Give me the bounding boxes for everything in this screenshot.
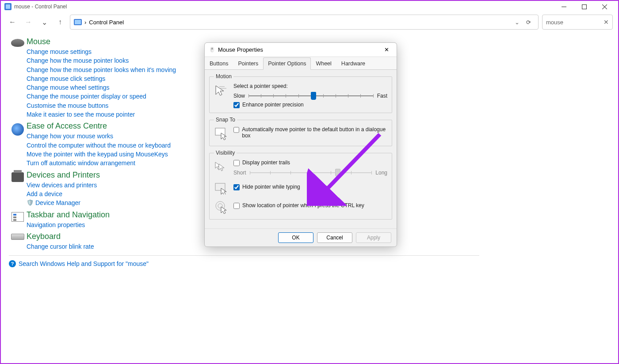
pointer-trails-checkbox[interactable]: Display pointer trails bbox=[233, 159, 387, 166]
eoa-link-0[interactable]: Change how your mouse works bbox=[27, 132, 171, 140]
address-bar[interactable]: › Control Panel ⌄ ⟳ bbox=[70, 15, 539, 30]
minimize-button[interactable] bbox=[554, 1, 574, 12]
snap-to-checkbox[interactable]: Automatically move pointer to the defaul… bbox=[233, 126, 387, 139]
slow-label: Slow bbox=[233, 93, 245, 99]
mouse-link-1[interactable]: Change how the mouse pointer looks bbox=[27, 56, 176, 65]
section-title-devices[interactable]: Devices and Printers bbox=[27, 171, 100, 180]
refresh-button[interactable]: ⟳ bbox=[522, 16, 535, 28]
help-icon: ? bbox=[9, 260, 16, 267]
search-input[interactable]: mouse ✕ bbox=[542, 15, 613, 30]
tab-pointers[interactable]: Pointers bbox=[233, 57, 263, 70]
tab-buttons[interactable]: Buttons bbox=[205, 57, 233, 70]
up-button[interactable]: ↑ bbox=[54, 16, 66, 28]
dialog-titlebar[interactable]: 🖱️ Mouse Properties ✕ bbox=[205, 43, 397, 57]
ease-of-access-icon bbox=[11, 123, 24, 136]
taskbar-icon bbox=[11, 212, 24, 222]
help-link[interactable]: ? Search Windows Help and Support for "m… bbox=[9, 259, 479, 268]
dialog-footer: OK Cancel Apply bbox=[205, 228, 397, 246]
divider bbox=[9, 255, 479, 256]
toolbar: ← → ⌄ ↑ › Control Panel ⌄ ⟳ mouse ✕ bbox=[1, 12, 618, 32]
long-label: Long bbox=[375, 170, 387, 176]
ctrl-locate-icon bbox=[214, 200, 229, 215]
pointer-speed-icon bbox=[214, 83, 229, 98]
trail-length-slider bbox=[250, 169, 372, 177]
section-title-taskbar[interactable]: Taskbar and Navigation bbox=[27, 210, 110, 220]
pointer-speed-slider[interactable] bbox=[248, 92, 374, 100]
mouse-link-4[interactable]: Change mouse wheel settings bbox=[27, 83, 176, 92]
control-panel-icon bbox=[4, 3, 11, 10]
forward-button[interactable]: → bbox=[22, 16, 34, 28]
close-button[interactable] bbox=[594, 1, 615, 12]
cancel-button[interactable]: Cancel bbox=[317, 232, 352, 243]
hide-pointer-icon bbox=[214, 181, 229, 196]
clear-search-icon[interactable]: ✕ bbox=[604, 19, 609, 26]
tab-pointer-options[interactable]: Pointer Options bbox=[263, 57, 311, 70]
section-title-mouse[interactable]: Mouse bbox=[27, 37, 176, 46]
visibility-group: Visibility Display pointer trails Short bbox=[209, 150, 392, 220]
snap-legend: Snap To bbox=[214, 117, 237, 123]
tab-wheel[interactable]: Wheel bbox=[311, 57, 336, 70]
mouse-link-2[interactable]: Change how the mouse pointer looks when … bbox=[27, 65, 176, 74]
section-title-eoa[interactable]: Ease of Access Centre bbox=[27, 121, 171, 131]
search-value: mouse bbox=[546, 19, 563, 26]
devices-link-0[interactable]: View devices and printers bbox=[27, 181, 100, 190]
snap-to-icon bbox=[214, 126, 229, 141]
svg-rect-4 bbox=[215, 128, 225, 135]
eoa-link-3[interactable]: Turn off automatic window arrangement bbox=[27, 159, 171, 167]
shield-icon: 🛡️ bbox=[27, 199, 34, 207]
short-label: Short bbox=[233, 170, 246, 176]
maximize-button[interactable] bbox=[574, 1, 594, 12]
snap-to-group: Snap To Automatically move pointer to th… bbox=[209, 117, 392, 146]
taskbar-link-0[interactable]: Navigation properties bbox=[27, 220, 110, 229]
keyboard-icon bbox=[11, 234, 24, 240]
link-device-manager[interactable]: 🛡️ Device Manager bbox=[27, 198, 80, 207]
mouse-link-3[interactable]: Change mouse click settings bbox=[27, 74, 176, 83]
tab-strip: ButtonsPointersPointer OptionsWheelHardw… bbox=[205, 57, 397, 70]
recent-dropdown[interactable]: ⌄ bbox=[38, 16, 50, 28]
breadcrumb-label[interactable]: Control Panel bbox=[89, 19, 124, 26]
window-title: mouse - Control Panel bbox=[14, 4, 67, 10]
mouse-icon bbox=[11, 39, 24, 47]
mouse-link-0[interactable]: Change mouse settings bbox=[27, 47, 176, 56]
visibility-legend: Visibility bbox=[214, 150, 237, 156]
keyboard-link-0[interactable]: Change cursor blink rate bbox=[27, 242, 94, 251]
mouse-properties-dialog: 🖱️ Mouse Properties ✕ ButtonsPointersPoi… bbox=[204, 42, 397, 247]
fast-label: Fast bbox=[377, 93, 387, 99]
pointer-speed-label: Select a pointer speed: bbox=[233, 83, 387, 89]
eoa-link-2[interactable]: Move the pointer with the keypad using M… bbox=[27, 150, 171, 159]
chevron-down-icon[interactable]: ⌄ bbox=[515, 19, 520, 26]
svg-rect-1 bbox=[582, 4, 586, 9]
ctrl-locate-checkbox[interactable]: Show location of pointer when I press th… bbox=[233, 202, 387, 209]
hide-pointer-checkbox[interactable]: Hide pointer while typing bbox=[233, 184, 387, 190]
dialog-title: Mouse Properties bbox=[218, 46, 263, 53]
motion-group: Motion Select a pointer speed: Slow Fast bbox=[209, 73, 392, 113]
mouse-icon: 🖱️ bbox=[209, 47, 215, 53]
devices-link-1[interactable]: Add a device bbox=[27, 190, 100, 198]
section-title-keyboard[interactable]: Keyboard bbox=[27, 232, 94, 241]
pointer-trails-icon bbox=[214, 159, 229, 174]
back-button[interactable]: ← bbox=[6, 16, 19, 28]
breadcrumb-sep: › bbox=[84, 19, 86, 26]
mouse-link-5[interactable]: Change the mouse pointer display or spee… bbox=[27, 92, 176, 101]
ok-button[interactable]: OK bbox=[278, 232, 313, 243]
window-titlebar: mouse - Control Panel bbox=[1, 1, 618, 12]
control-panel-icon bbox=[74, 19, 82, 25]
motion-legend: Motion bbox=[214, 73, 233, 80]
svg-rect-5 bbox=[215, 183, 225, 190]
enhance-precision-checkbox[interactable]: Enhance pointer precision bbox=[233, 102, 387, 108]
eoa-link-1[interactable]: Control the computer without the mouse o… bbox=[27, 141, 171, 150]
devices-icon bbox=[11, 172, 24, 182]
tab-hardware[interactable]: Hardware bbox=[336, 57, 370, 70]
mouse-link-6[interactable]: Customise the mouse buttons bbox=[27, 101, 176, 110]
dialog-close-button[interactable]: ✕ bbox=[381, 44, 392, 56]
apply-button: Apply bbox=[356, 232, 391, 243]
mouse-link-7[interactable]: Make it easier to see the mouse pointer bbox=[27, 110, 176, 119]
